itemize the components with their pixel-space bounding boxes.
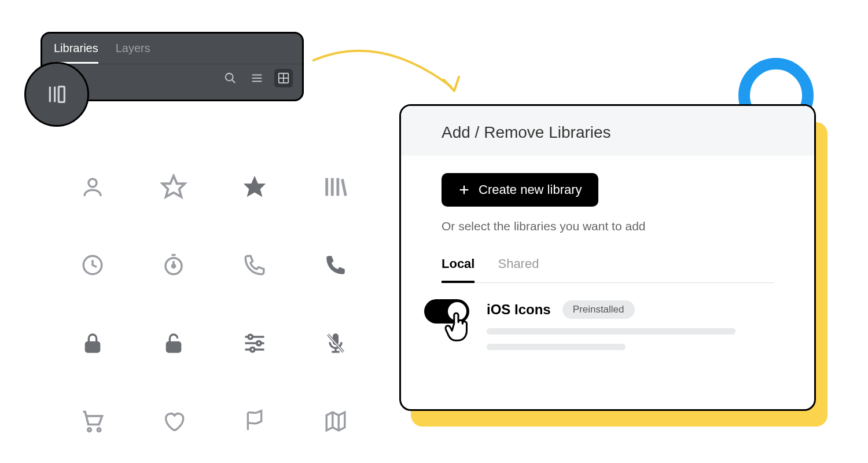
svg-marker-38 [326, 412, 345, 431]
phone-filled-icon[interactable] [295, 226, 376, 304]
library-badge: Preinstalled [562, 300, 635, 319]
lock-open-icon[interactable] [133, 304, 214, 382]
search-icon[interactable] [221, 69, 240, 87]
grid-view-icon[interactable] [274, 69, 293, 87]
list-view-icon[interactable] [248, 69, 266, 87]
svg-point-30 [251, 347, 255, 351]
svg-point-37 [97, 428, 101, 431]
heart-icon[interactable] [133, 382, 214, 460]
dialog-title: Add / Remove Libraries [442, 123, 797, 142]
library-manager-button[interactable] [24, 62, 89, 127]
lock-closed-icon[interactable] [52, 304, 133, 382]
create-library-button[interactable]: Create new library [442, 173, 598, 207]
library-item: iOS Icons Preinstalled [424, 299, 774, 350]
svg-rect-24 [167, 342, 180, 352]
svg-rect-10 [58, 87, 64, 102]
svg-line-1 [232, 80, 236, 83]
mic-muted-icon[interactable] [295, 304, 376, 382]
library-toggle-wrap [424, 299, 469, 324]
svg-marker-12 [163, 175, 185, 196]
plus-icon [458, 183, 470, 196]
svg-rect-23 [86, 342, 99, 352]
create-library-label: Create new library [479, 182, 582, 197]
library-name-row: iOS Icons Preinstalled [487, 300, 774, 319]
add-remove-libraries-dialog: Add / Remove Libraries Create new librar… [399, 104, 816, 411]
library-source-tabs: Local Shared [442, 256, 774, 283]
map-icon[interactable] [295, 382, 376, 460]
library-books-icon[interactable] [295, 148, 376, 226]
or-select-text: Or select the libraries you want to add [442, 219, 774, 233]
cursor-hand-icon [444, 310, 473, 343]
skeleton-line [487, 328, 735, 335]
library-name: iOS Icons [487, 302, 551, 318]
icon-grid [52, 148, 376, 460]
sliders-icon[interactable] [214, 304, 295, 382]
flag-icon[interactable] [214, 382, 295, 460]
svg-point-36 [88, 428, 91, 431]
dialog-header: Add / Remove Libraries [401, 106, 814, 156]
panel-tabs: Libraries Layers [42, 34, 302, 64]
dialog-body: Create new library Or select the librari… [401, 156, 814, 350]
star-outline-icon[interactable] [133, 148, 214, 226]
library-info: iOS Icons Preinstalled [487, 299, 774, 350]
svg-point-0 [226, 74, 233, 81]
svg-line-17 [343, 179, 346, 196]
tab-libraries[interactable]: Libraries [54, 42, 98, 64]
tab-local[interactable]: Local [442, 256, 475, 283]
shopping-cart-icon[interactable] [52, 382, 133, 460]
arrow-annotation [310, 38, 466, 101]
tab-shared[interactable]: Shared [498, 256, 539, 282]
clock-icon[interactable] [52, 226, 133, 304]
svg-point-22 [172, 264, 175, 267]
phone-outline-icon[interactable] [214, 226, 295, 304]
svg-point-29 [257, 341, 261, 345]
svg-marker-13 [244, 175, 266, 196]
svg-point-28 [248, 335, 252, 339]
stopwatch-icon[interactable] [133, 226, 214, 304]
svg-point-11 [89, 179, 97, 187]
user-icon[interactable] [52, 148, 133, 226]
star-filled-icon[interactable] [214, 148, 295, 226]
tab-layers[interactable]: Layers [116, 42, 150, 64]
skeleton-line [487, 344, 626, 350]
library-manager-icon [45, 83, 68, 106]
